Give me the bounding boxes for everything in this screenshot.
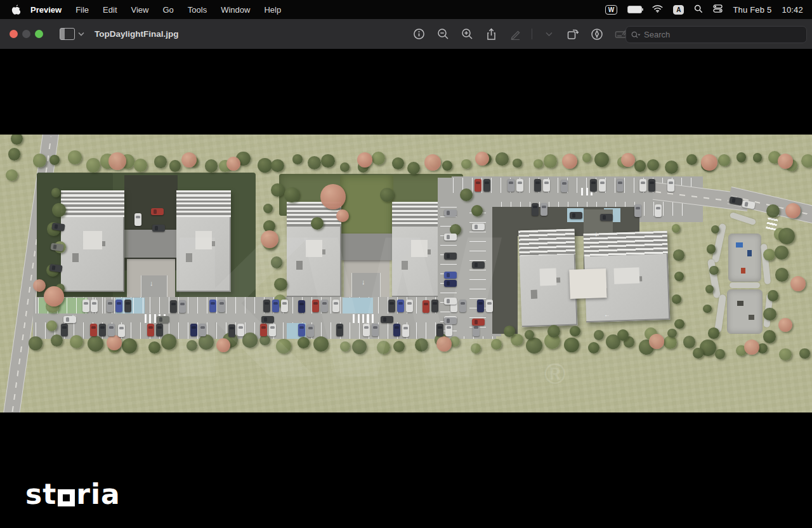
tree bbox=[708, 327, 719, 339]
minimize-button[interactable] bbox=[22, 30, 30, 38]
menu-item-view[interactable]: View bbox=[124, 5, 156, 15]
shape bbox=[736, 242, 743, 248]
markup-pencil-button[interactable] bbox=[508, 27, 523, 42]
car-windshield bbox=[119, 327, 124, 329]
car bbox=[157, 316, 169, 323]
tree bbox=[226, 157, 240, 171]
shape bbox=[741, 268, 745, 274]
tree bbox=[259, 335, 270, 345]
car-windshield bbox=[155, 226, 157, 231]
storia-logo: stria bbox=[25, 482, 121, 507]
car bbox=[475, 179, 481, 192]
menu-item-window[interactable]: Window bbox=[214, 5, 257, 15]
wifi-icon[interactable] bbox=[652, 4, 663, 15]
share-button[interactable] bbox=[483, 27, 499, 42]
car bbox=[199, 324, 206, 336]
tree bbox=[564, 338, 579, 352]
tree bbox=[649, 334, 664, 349]
building bbox=[61, 190, 124, 292]
car-windshield bbox=[157, 326, 162, 329]
tree bbox=[665, 161, 678, 174]
car bbox=[312, 300, 319, 312]
input-source-icon[interactable]: W bbox=[605, 5, 617, 15]
tree bbox=[471, 343, 481, 353]
car-windshield bbox=[261, 326, 266, 329]
menu-item-edit[interactable]: Edit bbox=[96, 5, 124, 15]
search-field[interactable]: Search bbox=[625, 26, 807, 43]
sidebar-toggle-button[interactable] bbox=[60, 28, 84, 40]
car-windshield bbox=[732, 198, 736, 203]
tree bbox=[107, 335, 122, 350]
car bbox=[540, 203, 547, 216]
car bbox=[534, 179, 541, 192]
zoom-out-button[interactable] bbox=[435, 27, 450, 42]
car-windshield bbox=[117, 302, 122, 305]
car-windshield bbox=[154, 209, 156, 214]
car bbox=[281, 300, 288, 312]
tree bbox=[311, 217, 324, 230]
car-windshield bbox=[447, 254, 449, 259]
car bbox=[543, 179, 550, 192]
close-button[interactable] bbox=[10, 30, 18, 38]
car-windshield bbox=[299, 303, 304, 305]
tree bbox=[263, 204, 273, 213]
zoom-in-button[interactable] bbox=[459, 27, 475, 42]
car-windshield bbox=[447, 326, 452, 329]
menu-item-preview[interactable]: Preview bbox=[20, 5, 69, 15]
tree bbox=[504, 326, 515, 337]
car-windshield bbox=[447, 273, 449, 278]
car-windshield bbox=[239, 326, 244, 329]
search-icon bbox=[631, 31, 641, 39]
car-windshield bbox=[373, 326, 378, 329]
car bbox=[147, 324, 154, 336]
tree bbox=[29, 336, 42, 350]
document-title: TopDaylightFinal.jpg bbox=[95, 29, 179, 39]
menu-item-help[interactable]: Help bbox=[257, 5, 288, 15]
car-windshield bbox=[542, 206, 547, 208]
tree bbox=[471, 205, 483, 216]
car bbox=[307, 324, 314, 337]
car-windshield bbox=[109, 326, 114, 329]
menu-clock[interactable]: 10:42 bbox=[782, 5, 803, 15]
tree bbox=[775, 246, 789, 260]
menu-item-file[interactable]: File bbox=[69, 5, 96, 15]
tree bbox=[86, 158, 101, 173]
menu-item-go[interactable]: Go bbox=[155, 5, 180, 15]
car bbox=[639, 179, 646, 192]
menu-item-tools[interactable]: Tools bbox=[181, 5, 214, 15]
car bbox=[388, 300, 395, 312]
keyboard-layout-icon[interactable]: A bbox=[673, 5, 684, 15]
tree bbox=[475, 152, 489, 166]
car-windshield bbox=[211, 302, 216, 305]
pg bbox=[727, 289, 763, 334]
tree bbox=[424, 154, 441, 171]
control-center-icon[interactable] bbox=[713, 4, 723, 15]
roof-stub bbox=[195, 231, 212, 249]
car-windshield bbox=[313, 302, 318, 305]
tree bbox=[216, 338, 230, 352]
car bbox=[237, 324, 244, 336]
car bbox=[508, 179, 514, 192]
building bbox=[176, 190, 231, 292]
rotate-button[interactable] bbox=[565, 27, 580, 42]
tree bbox=[672, 294, 681, 304]
tree bbox=[274, 278, 287, 291]
markup-chevron-button[interactable] bbox=[541, 27, 556, 42]
chevron-down-icon bbox=[78, 32, 84, 36]
info-button[interactable] bbox=[411, 27, 426, 42]
car-windshield bbox=[475, 225, 477, 230]
menu-date[interactable]: Thu Feb 5 bbox=[733, 5, 771, 15]
markup-pen-button[interactable] bbox=[589, 27, 605, 42]
car bbox=[61, 324, 68, 336]
tree bbox=[461, 159, 471, 169]
spotlight-icon[interactable] bbox=[694, 4, 703, 15]
car-windshield bbox=[270, 326, 275, 329]
car bbox=[152, 225, 165, 232]
zoom-button[interactable] bbox=[35, 30, 43, 38]
car bbox=[108, 324, 115, 336]
battery-icon[interactable] bbox=[627, 6, 642, 13]
building bbox=[518, 229, 577, 327]
tree bbox=[799, 348, 810, 359]
apple-menu-icon[interactable] bbox=[11, 4, 20, 15]
car-windshield bbox=[126, 302, 131, 305]
